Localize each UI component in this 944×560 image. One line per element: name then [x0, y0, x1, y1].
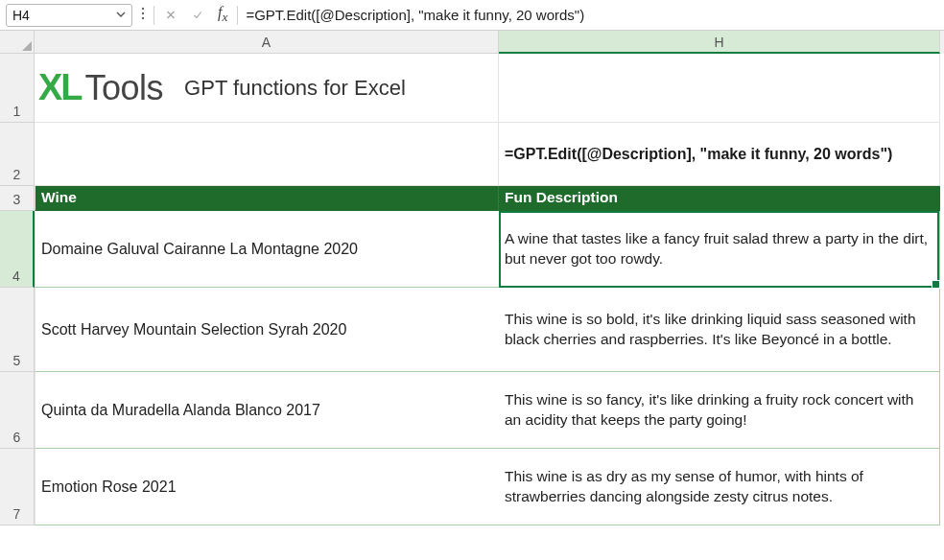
row-1: 1 XLTools GPT functions for Excel [0, 54, 944, 123]
cancel-button[interactable] [160, 5, 181, 26]
cell-h2-text: =GPT.Edit([@Description], "make it funny… [505, 144, 892, 165]
cell-h3[interactable]: Fun Description [499, 186, 940, 211]
cell-h1[interactable] [499, 54, 940, 123]
row-6: 6 Quinta da Muradella Alanda Blanco 2017… [0, 372, 944, 449]
divider [153, 6, 154, 25]
cell-a6-text: Quinta da Muradella Alanda Blanco 2017 [41, 400, 320, 421]
row-7: 7 Emotion Rose 2021 This wine is as dry … [0, 449, 944, 525]
cell-a4-text: Domaine Galuval Cairanne La Montagne 202… [41, 239, 358, 260]
row-header-2[interactable]: 2 [0, 123, 35, 186]
cell-a5-text: Scott Harvey Mountain Selection Syrah 20… [41, 319, 346, 340]
name-box-value: H4 [12, 8, 30, 23]
enter-button[interactable] [187, 5, 208, 26]
row-header-6[interactable]: 6 [0, 372, 35, 449]
cell-h6[interactable]: This wine is so fancy, it's like drinkin… [499, 372, 940, 449]
chevron-down-icon[interactable] [116, 9, 126, 22]
cell-h5-text: This wine is so bold, it's like drinking… [505, 310, 933, 350]
row-3: 3 Wine Fun Description [0, 186, 944, 211]
logo-xl-text: XL [38, 63, 82, 112]
row-2: 2 =GPT.Edit([@Description], "make it fun… [0, 123, 944, 186]
row-header-1[interactable]: 1 [0, 54, 35, 123]
svg-point-0 [142, 8, 144, 10]
cell-h7[interactable]: This wine is as dry as my sense of humor… [499, 449, 940, 525]
column-header-h[interactable]: H [499, 31, 940, 54]
row-header-7[interactable]: 7 [0, 449, 35, 525]
column-header-a[interactable]: A [35, 31, 499, 54]
xltools-logo: XLTools [38, 63, 163, 112]
cell-a1[interactable]: XLTools GPT functions for Excel [35, 54, 499, 123]
cell-h4[interactable]: A wine that tastes like a fancy fruit sa… [499, 211, 940, 288]
title-subtitle: GPT functions for Excel [184, 74, 406, 103]
row-header-4[interactable]: 4 [0, 211, 35, 288]
column-headers: A H [0, 31, 944, 54]
divider [237, 6, 238, 25]
header-wine: Wine [41, 188, 77, 208]
cell-h6-text: This wine is so fancy, it's like drinkin… [505, 390, 933, 431]
cell-a5[interactable]: Scott Harvey Mountain Selection Syrah 20… [35, 288, 499, 372]
header-fun: Fun Description [505, 188, 618, 208]
svg-point-1 [142, 12, 144, 14]
cell-a3[interactable]: Wine [35, 186, 499, 211]
cell-a7[interactable]: Emotion Rose 2021 [35, 449, 499, 525]
cell-a7-text: Emotion Rose 2021 [41, 477, 177, 498]
cell-a2[interactable] [35, 123, 499, 186]
fx-icon[interactable]: fx [214, 4, 231, 25]
cell-h5[interactable]: This wine is so bold, it's like drinking… [499, 288, 940, 372]
svg-point-2 [142, 17, 144, 19]
name-box[interactable]: H4 [6, 4, 132, 27]
cell-h4-text: A wine that tastes like a fancy fruit sa… [505, 229, 933, 269]
logo-tools-text: Tools [85, 65, 164, 112]
cell-a6[interactable]: Quinta da Muradella Alanda Blanco 2017 [35, 372, 499, 449]
cell-a4[interactable]: Domaine Galuval Cairanne La Montagne 202… [35, 211, 499, 288]
cell-h7-text: This wine is as dry as my sense of humor… [505, 467, 933, 507]
row-header-3[interactable]: 3 [0, 186, 35, 211]
cell-h2[interactable]: =GPT.Edit([@Description], "make it funny… [499, 123, 940, 186]
dots-icon[interactable] [138, 6, 148, 24]
row-4: 4 Domaine Galuval Cairanne La Montagne 2… [0, 211, 944, 288]
spreadsheet-grid: A H 1 XLTools GPT functions for Excel 2 [0, 31, 944, 560]
row-5: 5 Scott Harvey Mountain Selection Syrah … [0, 288, 944, 372]
formula-input[interactable] [244, 4, 938, 27]
formula-bar: H4 fx [0, 0, 944, 31]
row-header-5[interactable]: 5 [0, 288, 35, 372]
select-all-corner[interactable] [0, 31, 35, 54]
